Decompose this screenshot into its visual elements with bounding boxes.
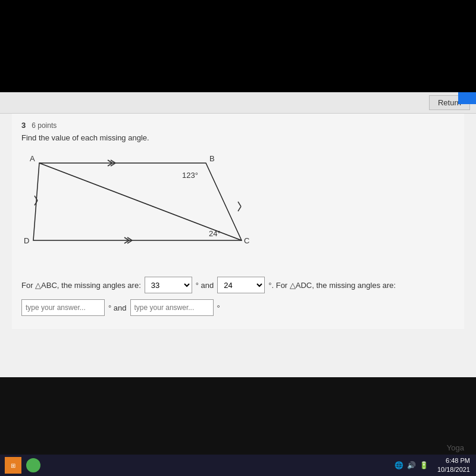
degree-suffix-2: °	[217, 303, 220, 312]
abc-angle1-select[interactable]: 33 24 57	[145, 277, 192, 293]
yoga-brand: Yoga	[447, 443, 464, 452]
battery-icon: 🔋	[419, 461, 428, 469]
chrome-icon[interactable]	[26, 458, 40, 472]
svg-line-18	[238, 202, 241, 206]
svg-text:C: C	[244, 236, 249, 245]
answer-row-1: For △ABC, the missing angles are: 33 24 …	[21, 277, 455, 293]
degree-and-2: ° and	[108, 303, 127, 312]
question-instruction: Find the value of each missing angle.	[21, 133, 455, 142]
question-points: 6 points	[32, 121, 57, 130]
adc-angle2-input[interactable]	[130, 299, 214, 316]
volume-icon: 🔊	[407, 461, 416, 469]
question-header: 3 6 points	[21, 121, 455, 130]
svg-text:A: A	[30, 154, 35, 163]
svg-text:24°: 24°	[209, 229, 221, 238]
network-icon: 🌐	[394, 461, 403, 469]
answer-row-2: ° and °	[21, 299, 455, 316]
svg-line-19	[238, 206, 241, 211]
taskbar-clock: 6:48 PM 10/18/2021	[437, 456, 470, 475]
geometry-diagram: A B C D 123° 24°	[21, 148, 271, 267]
abc-prefix-label: For △ABC, the missing angles are:	[21, 281, 141, 290]
taskbar: ⊞ 🌐 🔊 🔋 6:48 PM 10/18/2021	[0, 455, 476, 476]
question-number: 3	[21, 121, 26, 130]
clock-time: 6:48 PM	[437, 456, 470, 465]
svg-text:B: B	[209, 154, 215, 163]
bottom-area	[0, 377, 476, 455]
content-area: 3 6 points Find the value of each missin…	[12, 114, 464, 329]
adc-prefix-label: °. For △ADC, the missing angles are:	[268, 281, 396, 290]
start-button[interactable]: ⊞	[5, 457, 21, 474]
svg-text:123°: 123°	[182, 171, 198, 180]
top-bar: Return	[0, 92, 476, 114]
blue-accent	[458, 92, 476, 104]
degree-and-1: ° and	[196, 281, 214, 290]
clock-date: 10/18/2021	[437, 465, 470, 474]
abc-angle2-select[interactable]: 24 33 57	[217, 277, 265, 293]
diagram-svg: A B C D 123° 24°	[21, 148, 271, 267]
system-tray: 🌐 🔊 🔋	[394, 461, 428, 469]
svg-text:D: D	[24, 236, 29, 245]
adc-angle1-input[interactable]	[21, 299, 105, 316]
